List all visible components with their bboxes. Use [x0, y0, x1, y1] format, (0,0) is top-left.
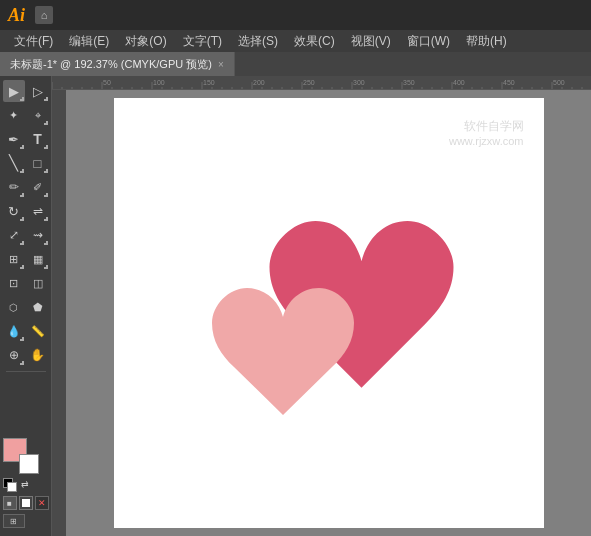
rotate-tool[interactable]: ↻ [3, 200, 25, 222]
tool-row-3: ✒ T [0, 128, 51, 150]
tab-bar: 未标题-1* @ 192.37% (CMYK/GPU 预览) × [0, 52, 591, 76]
eyedropper-tool[interactable]: 💧 [3, 320, 25, 342]
svg-text:200: 200 [253, 79, 265, 86]
menu-help[interactable]: 帮助(H) [458, 31, 515, 52]
gradient-tool[interactable]: ◫ [27, 272, 49, 294]
swap-colors-button[interactable]: ⇄ [19, 478, 31, 490]
tool-row-2: ✦ ⌖ [0, 104, 51, 126]
magic-wand-tool[interactable]: ✦ [3, 104, 25, 126]
small-heart [212, 288, 354, 415]
line-tool[interactable]: ╲ [3, 152, 25, 174]
graph-tool[interactable]: ▦ [27, 248, 49, 270]
artboard: 软件自学网 www.rjzxw.com [114, 98, 544, 528]
svg-text:150: 150 [203, 79, 215, 86]
color-icons-row: ⇄ [3, 478, 31, 492]
menu-object[interactable]: 对象(O) [117, 31, 174, 52]
toolbar-divider [6, 371, 46, 372]
ruler-h-svg: 50100150200250300350400450500550 [52, 76, 591, 90]
fullscreen-mode-button[interactable] [19, 496, 33, 510]
tool-row-5: ✏ ✐ [0, 176, 51, 198]
warp-tool[interactable]: ⇝ [27, 224, 49, 246]
hand-tool[interactable]: ✋ [27, 344, 49, 366]
measure-tool[interactable]: 📏 [27, 320, 49, 342]
svg-text:300: 300 [353, 79, 365, 86]
stroke-color-inner [22, 457, 36, 471]
tool-row-4: ╲ □ [0, 152, 51, 174]
pencil-tool[interactable]: ✐ [27, 176, 49, 198]
zoom-tool[interactable]: ⊕ [3, 344, 25, 366]
screen-mode-button[interactable]: ⊞ [3, 514, 25, 528]
document-tab[interactable]: 未标题-1* @ 192.37% (CMYK/GPU 预览) × [0, 52, 235, 76]
tab-close-button[interactable]: × [218, 59, 224, 70]
default-colors-button[interactable] [3, 478, 17, 492]
menu-view[interactable]: 视图(V) [343, 31, 399, 52]
main-area: ▶ ▷ ✦ ⌖ ✒ T ╲ □ ✏ ✐ ↻ ⇌ ⤢ ⇝ ⊞ ▦ [0, 76, 591, 536]
live-paint-tool[interactable]: ⬟ [27, 296, 49, 318]
svg-text:50: 50 [103, 79, 111, 86]
paintbrush-tool[interactable]: ✏ [3, 176, 25, 198]
tab-title: 未标题-1* @ 192.37% (CMYK/GPU 预览) [10, 57, 212, 72]
normal-mode-button[interactable]: ■ [3, 496, 17, 510]
symbol-tool[interactable]: ⊞ [3, 248, 25, 270]
screen-mode-row: ⊞ [3, 514, 25, 528]
tool-row-9: ⊡ ◫ [0, 272, 51, 294]
select-tool[interactable]: ▶ [3, 80, 25, 102]
menu-edit[interactable]: 编辑(E) [61, 31, 117, 52]
type-tool[interactable]: T [27, 128, 49, 150]
svg-text:250: 250 [303, 79, 315, 86]
reflect-tool[interactable]: ⇌ [27, 200, 49, 222]
watermark-line2: www.rjzxw.com [449, 135, 524, 147]
tool-row-11: 💧 📏 [0, 320, 51, 342]
blend-tool[interactable]: ⬡ [3, 296, 25, 318]
pen-tool[interactable]: ✒ [3, 128, 25, 150]
left-toolbar: ▶ ▷ ✦ ⌖ ✒ T ╲ □ ✏ ✐ ↻ ⇌ ⤢ ⇝ ⊞ ▦ [0, 76, 52, 536]
tool-row-6: ↻ ⇌ [0, 200, 51, 222]
menu-window[interactable]: 窗口(W) [399, 31, 458, 52]
svg-text:450: 450 [503, 79, 515, 86]
menu-bar: 文件(F) 编辑(E) 对象(O) 文字(T) 选择(S) 效果(C) 视图(V… [0, 30, 591, 52]
scale-tool[interactable]: ⤢ [3, 224, 25, 246]
tool-row-8: ⊞ ▦ [0, 248, 51, 270]
svg-text:350: 350 [403, 79, 415, 86]
menu-effect[interactable]: 效果(C) [286, 31, 343, 52]
svg-text:100: 100 [153, 79, 165, 86]
color-area: ⇄ ■ ✕ ⊞ [0, 434, 52, 536]
tool-row-12: ⊕ ✋ [0, 344, 51, 366]
svg-rect-72 [52, 90, 66, 536]
home-button[interactable]: ⌂ [35, 6, 53, 24]
menu-type[interactable]: 文字(T) [175, 31, 230, 52]
menu-file[interactable]: 文件(F) [6, 31, 61, 52]
ruler-v-svg [52, 90, 66, 536]
title-bar: Ai ⌂ [0, 0, 591, 30]
canvas-row: 软件自学网 www.rjzxw.com [52, 90, 591, 536]
stroke-color-box[interactable] [19, 454, 39, 474]
tool-row-10: ⬡ ⬟ [0, 296, 51, 318]
mesh-tool[interactable]: ⊡ [3, 272, 25, 294]
view-mode-buttons: ■ ✕ [3, 496, 49, 510]
tool-row-1: ▶ ▷ [0, 80, 51, 102]
ruler-horizontal: 50100150200250300350400450500550 [52, 76, 591, 90]
canvas-wrapper: 50100150200250300350400450500550 软件自学网 w… [52, 76, 591, 536]
tool-row-7: ⤢ ⇝ [0, 224, 51, 246]
svg-text:500: 500 [553, 79, 565, 86]
color-boxes [3, 438, 39, 474]
hearts-canvas [169, 168, 489, 458]
watermark: 软件自学网 www.rjzxw.com [449, 118, 524, 147]
presentation-mode-button[interactable]: ✕ [35, 496, 49, 510]
svg-text:400: 400 [453, 79, 465, 86]
lasso-tool[interactable]: ⌖ [27, 104, 49, 126]
rectangle-tool[interactable]: □ [27, 152, 49, 174]
ruler-vertical [52, 90, 66, 536]
watermark-line1: 软件自学网 [449, 118, 524, 135]
ai-logo: Ai [8, 5, 25, 26]
canvas-area[interactable]: 软件自学网 www.rjzxw.com [66, 90, 591, 536]
direct-select-tool[interactable]: ▷ [27, 80, 49, 102]
menu-select[interactable]: 选择(S) [230, 31, 286, 52]
